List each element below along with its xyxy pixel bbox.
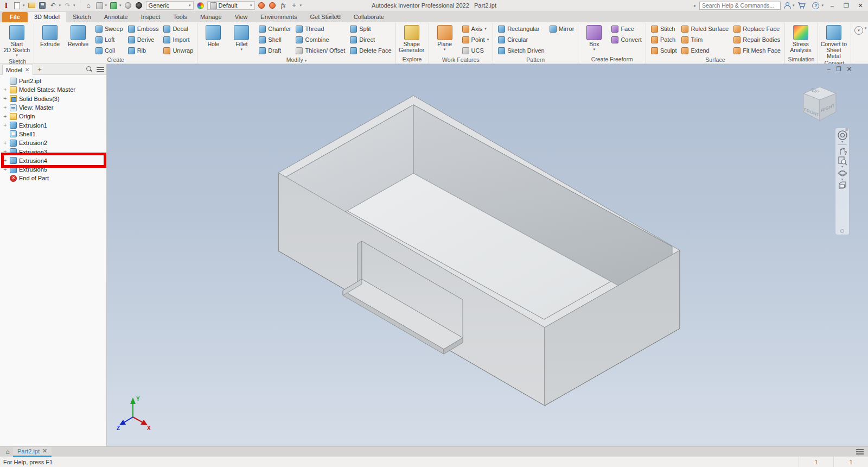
tree-item[interactable]: + Extrusion1 [0, 121, 106, 129]
ribbon-button-small[interactable]: Rectangular [496, 23, 546, 34]
group-caret-icon[interactable]: ▾ [305, 59, 307, 62]
tree-expander[interactable]: + [3, 140, 8, 146]
tree-expander[interactable]: + [3, 122, 8, 128]
ribbon-button-small[interactable]: Fit Mesh Face [731, 45, 783, 56]
inventor-logo-icon[interactable]: I [2, 2, 10, 10]
ribbon-button-large[interactable]: Stress Analysis [787, 23, 815, 55]
user-caret-icon[interactable]: ▾ [793, 3, 795, 8]
ribbon-button-small[interactable]: Thread [293, 23, 347, 34]
ribbon-button-small[interactable]: Convert [609, 34, 644, 45]
ribbon-button-small[interactable]: Sculpt [649, 45, 679, 56]
ribbon-button-small[interactable]: Coil [93, 45, 125, 56]
doc-minimize-icon[interactable]: – [827, 66, 831, 73]
ribbon-tab[interactable]: Environments [254, 12, 303, 22]
tree-item[interactable]: Shell1 [0, 130, 106, 138]
doc-restore-icon[interactable]: ❐ [836, 66, 841, 73]
new-file-button[interactable] [13, 2, 21, 10]
ribbon-button-small[interactable]: Patch [649, 34, 679, 45]
ribbon-tab[interactable]: 3D Model [28, 12, 66, 22]
help-caret-icon[interactable]: ▾ [821, 3, 824, 8]
pan-hand-icon[interactable] [838, 146, 847, 156]
home-button[interactable]: ⌂ [85, 2, 93, 10]
ribbon-button-small[interactable]: Face [609, 23, 644, 34]
qat-customize-caret-icon[interactable]: ▾ [300, 3, 302, 8]
minimize-button[interactable]: – [827, 1, 838, 10]
tree-expander[interactable]: + [3, 167, 8, 173]
ribbon-button-small[interactable]: Circular [496, 34, 546, 45]
home-tab-icon[interactable]: ⌂ [2, 448, 13, 456]
save-button[interactable] [39, 2, 47, 10]
ribbon-group-label[interactable]: Surface [648, 56, 783, 64]
sketch-tool-icon[interactable] [95, 2, 104, 10]
ribbon-button-small[interactable]: Mirror [547, 23, 577, 34]
appearance-dropdown[interactable]: Default▾ [207, 1, 255, 10]
tree-item[interactable]: + Model States: Master [0, 85, 106, 94]
ribbon-button-small[interactable]: Stitch [649, 23, 679, 34]
ribbon-button-small[interactable]: Thicken/ Offset [293, 45, 347, 56]
tree-item[interactable]: Part2.ipt [0, 77, 106, 85]
ribbon-button-large[interactable]: Shape Generator [398, 23, 426, 55]
ribbon-tab[interactable]: File [2, 12, 28, 22]
ribbon-button-large[interactable]: Extrude [36, 23, 64, 56]
ribbon-button-small[interactable]: UCS [460, 45, 492, 56]
ribbon-button-small[interactable]: Loft [93, 34, 125, 45]
parameters-fx-button[interactable]: fx [279, 2, 288, 10]
tree-expander[interactable]: + [3, 113, 8, 119]
dropdown-caret-icon[interactable]: ▾ [593, 47, 596, 52]
ribbon-group-label[interactable]: Pattern [495, 56, 576, 64]
browser-tab-model[interactable]: Model ✕ [2, 65, 33, 75]
restore-button[interactable]: ❐ [841, 1, 852, 10]
ribbon-button-small[interactable]: Axis ▾ [460, 23, 492, 34]
sketch-tool-caret-icon[interactable]: ▾ [105, 3, 107, 8]
ribbon-tab[interactable]: Tools [167, 12, 194, 22]
ribbon-button-large[interactable]: Fillet ▾ [227, 23, 256, 56]
ribbon-button-small[interactable]: Sweep [93, 23, 125, 34]
help-icon[interactable]: ? [812, 2, 819, 9]
browser-tab-close-icon[interactable]: ✕ [25, 67, 29, 73]
ribbon-button-small[interactable]: Shell [257, 34, 293, 45]
dropdown-caret-icon[interactable]: ▾ [487, 37, 489, 42]
orbit-icon[interactable] [838, 168, 847, 178]
redo-caret-icon[interactable]: ▾ [73, 3, 75, 8]
tree-expander[interactable]: + [3, 96, 8, 102]
view-cube[interactable]: TOP FRONT RIGHT [797, 83, 842, 132]
ribbon-button-small[interactable]: Draft [257, 45, 293, 56]
ribbon-group-label[interactable]: Explore [398, 55, 427, 64]
doc-close-icon[interactable]: ✕ [847, 66, 852, 73]
viewport-3d[interactable]: – ❐ ✕ TOP FRONT RIGHT ⊗ ▾ ▾ ▾ [107, 64, 868, 446]
ribbon-button-small[interactable]: Trim [679, 34, 731, 45]
clear-appearance-icon[interactable] [269, 2, 277, 10]
document-tab-active[interactable]: Part2.ipt ✕ [13, 447, 52, 457]
ribbon-button-large[interactable]: Hole [199, 23, 227, 56]
tree-item[interactable]: + Extrusion3 [0, 147, 106, 156]
measure-plus-icon[interactable]: + [290, 2, 298, 10]
select-icon[interactable] [124, 2, 132, 10]
tree-item[interactable]: + Extrusion2 [0, 138, 106, 147]
ribbon-button-small[interactable]: Delete Face [348, 45, 393, 56]
tree-item[interactable]: + View: Master [0, 103, 106, 112]
ribbon-group-label[interactable]: Modify▾ [199, 56, 393, 64]
ribbon-button-large[interactable]: Plane ▾ [431, 23, 459, 56]
ribbon-button-small[interactable]: Decal [161, 23, 195, 34]
tree-expander[interactable]: + [3, 149, 8, 155]
browser-add-tab-button[interactable]: + [37, 65, 42, 73]
dropdown-caret-icon[interactable]: ▾ [484, 27, 487, 31]
look-at-icon[interactable] [838, 181, 847, 190]
ribbon-tab[interactable]: Annotate [98, 12, 135, 22]
color-wheel-icon[interactable] [196, 2, 205, 10]
search-input[interactable] [699, 2, 781, 10]
ribbon-tab[interactable]: View [228, 12, 254, 22]
tree-item[interactable]: + Extrusion5 [0, 165, 106, 174]
dropdown-caret-icon[interactable]: ▾ [16, 53, 18, 58]
ribbon-button-small[interactable]: Unwrap [161, 45, 195, 56]
open-button[interactable] [28, 2, 36, 10]
tree-expander[interactable]: + [3, 105, 8, 111]
ribbon-button-small[interactable]: Point ▾ [460, 34, 492, 45]
tree-item[interactable]: + Extrusion4 [0, 156, 106, 165]
redo-button[interactable]: ↷ [63, 2, 72, 10]
ribbon-button-small[interactable]: Sketch Driven [496, 45, 546, 56]
render-sphere-icon[interactable] [135, 2, 143, 10]
ribbon-button-large[interactable]: Start 2D Sketch ▾ [3, 23, 31, 58]
ribbon-button-small[interactable]: Ruled Surface [679, 23, 731, 34]
search-expand-arrow-icon[interactable]: ▸ [694, 3, 696, 8]
